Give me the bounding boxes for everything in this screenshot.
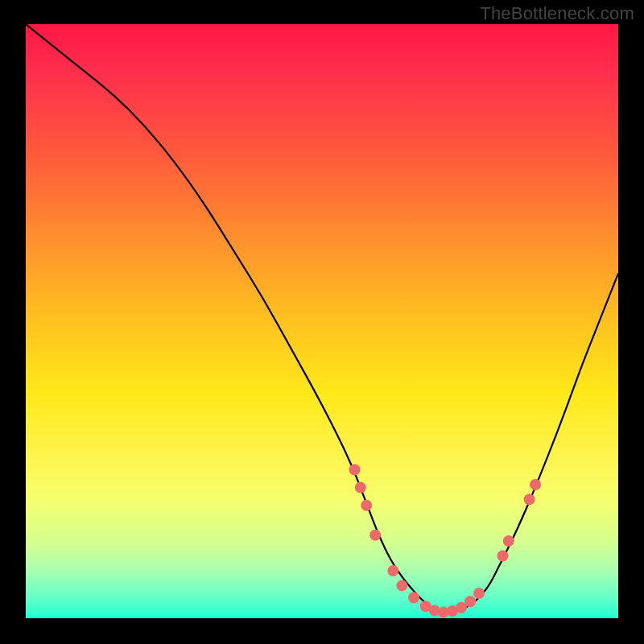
curve-marker <box>503 535 514 547</box>
curve-marker <box>355 482 366 493</box>
curve-marker <box>369 530 381 541</box>
curve-marker <box>349 464 361 476</box>
curve-marker <box>524 493 535 505</box>
curve-marker <box>497 551 509 562</box>
curve-marker <box>530 479 541 490</box>
chart-svg <box>26 24 618 618</box>
curve-markers-group <box>349 464 542 618</box>
curve-marker <box>387 565 398 576</box>
curve-marker <box>464 596 476 607</box>
chart-plot-area <box>26 24 618 618</box>
curve-marker <box>396 580 407 591</box>
bottleneck-curve-line <box>26 24 618 613</box>
curve-marker <box>408 592 419 603</box>
watermark-text: TheBottleneck.com <box>480 3 634 24</box>
curve-marker <box>361 500 372 511</box>
curve-marker <box>473 588 485 599</box>
